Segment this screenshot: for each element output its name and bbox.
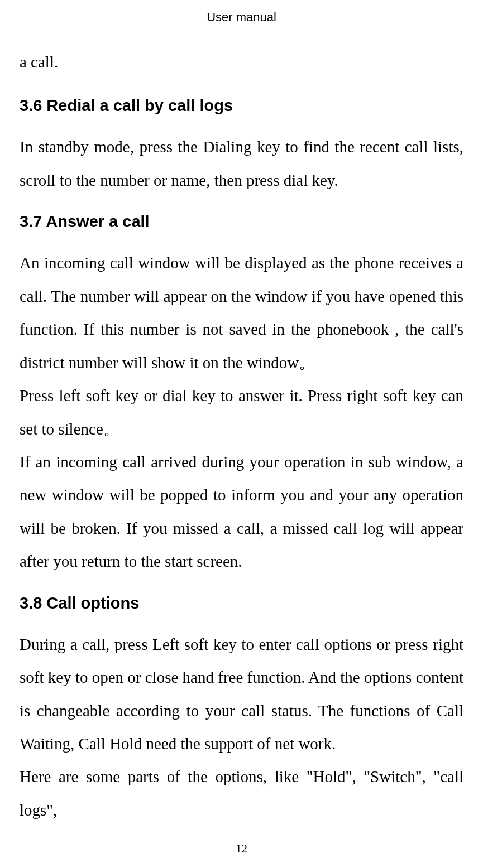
- section-heading-3-6: 3.6 Redial a call by call logs: [20, 97, 463, 115]
- paragraph-text: During a call, press Left soft key to en…: [20, 628, 463, 761]
- section-heading-3-7: 3.7 Answer a call: [20, 213, 463, 231]
- page-header: User manual: [20, 10, 463, 25]
- paragraph-text: Press left soft key or dial key to answe…: [20, 379, 463, 446]
- paragraph-text: If an incoming call arrived during your …: [20, 446, 463, 578]
- paragraph-text: In standby mode, press the Dialing key t…: [20, 131, 463, 197]
- paragraph-text: An incoming call window will be displaye…: [20, 247, 463, 379]
- continuation-text: a call.: [20, 46, 463, 79]
- page-number: 12: [0, 842, 483, 856]
- paragraph-text: Here are some parts of the options, like…: [20, 760, 463, 827]
- section-heading-3-8: 3.8 Call options: [20, 594, 463, 613]
- page-container: User manual a call. 3.6 Redial a call by…: [0, 0, 483, 827]
